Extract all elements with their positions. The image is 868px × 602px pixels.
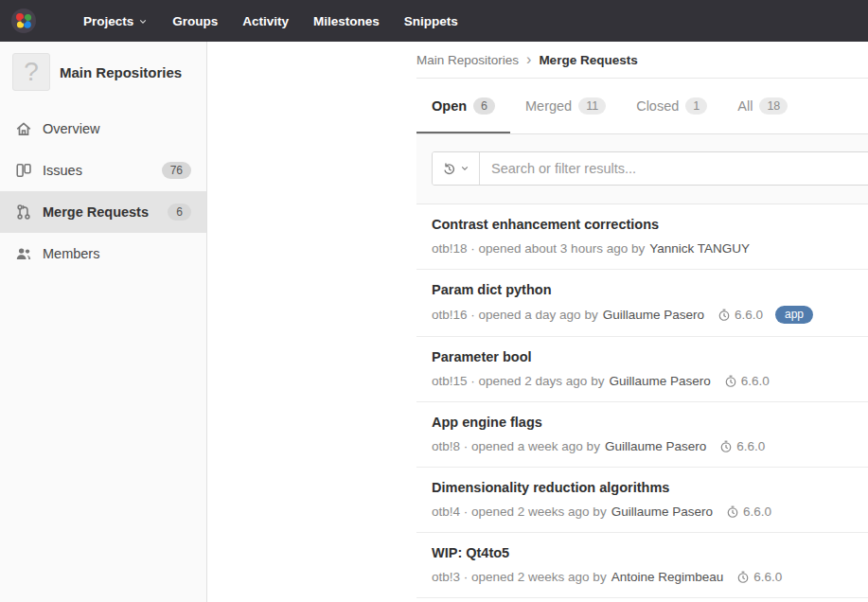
milestone-link[interactable]: 6.6.0 <box>726 504 771 520</box>
clock-icon <box>726 505 739 519</box>
issues-icon <box>15 162 32 179</box>
navbar-item[interactable]: Milestones <box>301 0 392 42</box>
merge-request-meta-text: otb!4 · opened 2 weeks ago by <box>432 504 607 520</box>
milestone-link[interactable]: 6.6.0 <box>724 373 770 389</box>
merge-request-meta: otb!8 · opened a week ago by Guillaume P… <box>432 438 868 454</box>
sidebar-item[interactable]: Issues 76 <box>0 150 206 191</box>
merge-request-meta: otb!16 · opened a day ago by Guillaume P… <box>432 306 868 324</box>
merge-request-icon <box>15 204 32 221</box>
merge-request-row: Param dict python otb!16 · opened a day … <box>416 270 868 337</box>
merge-request-title-link[interactable]: Param dict python <box>432 281 868 299</box>
sidebar-item[interactable]: Overview <box>0 108 206 150</box>
state-tab[interactable]: Open 6 <box>416 79 510 133</box>
breadcrumb-current: Merge Requests <box>539 53 637 67</box>
merge-request-row: Dimensionality reduction algorithms otb!… <box>416 468 868 533</box>
breadcrumb-project-link[interactable]: Main Repositories <box>416 53 519 67</box>
top-navbar: Projects Groups Activity Milestones <box>0 0 868 42</box>
author-link[interactable]: Guillaume Pasero <box>605 438 706 454</box>
clock-icon <box>719 440 733 453</box>
author-link[interactable]: Guillaume Pasero <box>609 373 710 389</box>
milestone-title: 6.6.0 <box>735 307 763 323</box>
recent-searches-dropdown-button[interactable] <box>433 152 480 185</box>
navbar-item-label: Groups <box>172 14 218 28</box>
navbar-item[interactable]: Snippets <box>392 0 470 42</box>
author-link[interactable]: Guillaume Pasero <box>603 307 704 323</box>
filtered-search <box>432 151 868 186</box>
merge-request-title-link[interactable]: Contrast enhancement corrections <box>432 216 868 234</box>
merge-request-title-link[interactable]: Parameter bool <box>432 348 868 366</box>
tab-count-badge: 1 <box>685 97 707 115</box>
merge-request-meta-text: otb!8 · opened a week ago by <box>432 438 600 454</box>
tab-label: All <box>737 98 753 114</box>
tab-count-badge: 11 <box>578 97 606 115</box>
sidebar-item[interactable]: Members <box>0 233 206 274</box>
clock-icon <box>736 571 750 584</box>
author-link[interactable]: Yannick TANGUY <box>649 240 750 257</box>
milestone-title: 6.6.0 <box>736 438 765 454</box>
sidebar-item-label: Issues <box>43 163 82 178</box>
merge-request-row: WIP: Qt4to5 otb!3 · opened 2 weeks ago b… <box>416 533 868 598</box>
navbar-item[interactable]: Groups <box>160 0 230 42</box>
merge-request-meta-text: otb!16 · opened a day ago by <box>432 307 598 323</box>
sidebar-count-badge: 76 <box>162 162 191 179</box>
filter-bar <box>416 134 868 204</box>
sidebar-item-label: Merge Requests <box>43 204 149 220</box>
navbar-item-label: Activity <box>242 14 289 28</box>
tab-label: Open <box>432 98 467 114</box>
navbar-item[interactable]: Activity <box>230 0 301 42</box>
sidebar-item-label: Members <box>43 246 99 261</box>
state-tab[interactable]: Merged 11 <box>510 79 621 133</box>
merge-request-title-link[interactable]: WIP: Qt4to5 <box>432 544 868 562</box>
navbar-links: Projects Groups Activity Milestones <box>71 0 470 42</box>
sidebar-nav: Overview Issues 76 Merge Requests 6 Memb… <box>0 108 206 274</box>
navbar-item[interactable]: Projects <box>71 0 160 42</box>
merge-request-meta: otb!18 · opened about 3 hours ago by Yan… <box>432 240 868 257</box>
merge-request-meta: otb!4 · opened 2 weeks ago by Guillaume … <box>432 504 868 520</box>
merge-request-row: Contrast enhancement corrections otb!18 … <box>416 204 868 270</box>
label-badge[interactable]: app <box>775 306 813 324</box>
project-header-link[interactable]: ? Main Repositories <box>0 42 206 102</box>
gitlab-instance-logo-icon[interactable] <box>10 8 37 34</box>
tab-label: Closed <box>636 98 679 114</box>
history-icon <box>442 162 456 176</box>
tab-count-badge: 6 <box>473 97 495 115</box>
milestone-title: 6.6.0 <box>753 569 782 585</box>
clock-icon <box>717 309 731 322</box>
merge-request-meta: otb!15 · opened 2 days ago by Guillaume … <box>432 373 868 389</box>
clock-icon <box>724 375 737 388</box>
merge-request-meta-text: otb!18 · opened about 3 hours ago by <box>432 240 645 257</box>
project-avatar: ? <box>12 53 50 91</box>
author-link[interactable]: Guillaume Pasero <box>611 504 713 520</box>
members-icon <box>15 245 32 262</box>
project-name: Main Repositories <box>60 64 182 80</box>
sidebar-item[interactable]: Merge Requests 6 <box>0 191 206 233</box>
milestone-title: 6.6.0 <box>741 373 770 389</box>
search-filter-input[interactable] <box>480 152 868 185</box>
merge-request-title-link[interactable]: Dimensionality reduction algorithms <box>432 479 868 497</box>
tab-count-badge: 18 <box>759 97 788 115</box>
sidebar-count-badge: 6 <box>168 204 191 221</box>
chevron-down-icon <box>460 164 469 173</box>
main-content: Main Repositories › Merge Requests Open … <box>207 42 868 602</box>
navbar-item-label: Milestones <box>313 14 380 28</box>
author-link[interactable]: Antoine Regimbeau <box>611 569 724 585</box>
milestone-link[interactable]: 6.6.0 <box>719 438 765 454</box>
merge-request-meta: otb!3 · opened 2 weeks ago by Antoine Re… <box>432 569 868 585</box>
project-sidebar: ? Main Repositories Overview Issues 76 M… <box>0 42 207 602</box>
home-icon <box>15 120 32 137</box>
merge-request-meta-text: otb!15 · opened 2 days ago by <box>432 373 604 389</box>
mr-state-tabs: Open 6 Merged 11 Closed 1 All 18 <box>416 79 868 134</box>
state-tab[interactable]: Closed 1 <box>621 79 722 133</box>
breadcrumb: Main Repositories › Merge Requests <box>416 42 868 79</box>
merge-request-row: Parameter bool otb!15 · opened 2 days ag… <box>416 337 868 402</box>
merge-request-row: App engine flags otb!8 · opened a week a… <box>416 402 868 468</box>
merge-request-meta-text: otb!3 · opened 2 weeks ago by <box>432 569 607 585</box>
navbar-item-label: Projects <box>83 14 133 28</box>
chevron-down-icon <box>138 17 148 27</box>
merge-request-title-link[interactable]: App engine flags <box>432 414 868 432</box>
navbar-item-label: Snippets <box>404 14 458 28</box>
state-tab[interactable]: All 18 <box>722 79 803 133</box>
milestone-link[interactable]: 6.6.0 <box>736 569 782 585</box>
merge-request-list: Contrast enhancement corrections otb!18 … <box>416 204 868 598</box>
milestone-link[interactable]: 6.6.0 <box>717 307 763 323</box>
